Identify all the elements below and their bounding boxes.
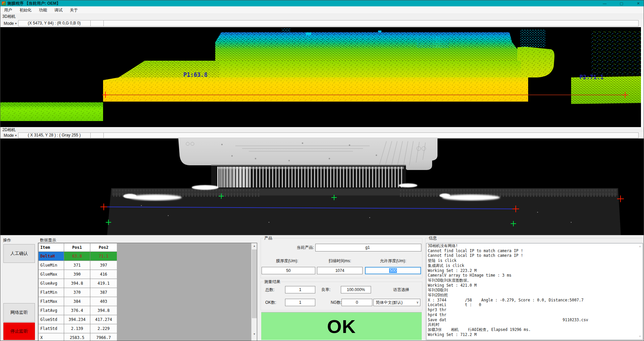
info-group: 信息 3D相机没有网络! Cannot find local IP to mat… bbox=[425, 238, 643, 340]
product-group-label: 产品 bbox=[263, 236, 273, 240]
selected-text: 500 bbox=[389, 268, 397, 273]
table-row[interactable]: FlatAvg 376.4 394.8 bbox=[39, 306, 117, 315]
table-scrollbar[interactable]: ▲ ▼ bbox=[251, 243, 257, 341]
stop-listen-button[interactable]: 停止监听 bbox=[3, 323, 35, 340]
menu-user[interactable]: 用户 bbox=[0, 6, 16, 14]
application-window: 测膜程序 【当前用户: OEM】 — ▢ ✕ 用户 初始化 功能 调试 关于 3… bbox=[0, 0, 644, 341]
allowed-thickness-field[interactable]: 500 bbox=[365, 267, 421, 274]
table-row[interactable]: GlueStd 394.234 417.274 bbox=[39, 315, 117, 324]
window-title: 测膜程序 【当前用户: OEM】 bbox=[7, 1, 60, 6]
camera3d-pixel-status: (X 5473, Y 84) : (R 0,G 0,B 0) bbox=[18, 20, 91, 26]
table-row[interactable]: GlueMin 371 397 bbox=[39, 261, 117, 270]
table-row[interactable]: FlatMin 370 387 bbox=[39, 288, 117, 297]
p1-measurement-label: P1:63.8 bbox=[183, 71, 208, 78]
window-titlebar: 测膜程序 【当前用户: OEM】 — ▢ ✕ bbox=[0, 0, 644, 6]
film-thickness-field[interactable]: 50 bbox=[262, 267, 315, 274]
scrollbar-thumb[interactable] bbox=[252, 249, 257, 318]
operation-group: 操作 人工确认 网络监听 停止监听 bbox=[2, 237, 36, 340]
log-line: 3D相机没有网络! bbox=[426, 243, 643, 248]
bottom-panel: 操作 人工确认 网络监听 停止监听 数据显示 Item Pos1 Pos2 De… bbox=[0, 235, 644, 341]
scroll-down-icon[interactable]: ▼ bbox=[638, 334, 642, 339]
data-display-group: 数据显示 Item Pos1 Pos2 DeltaH 63.8 71.1 Glu… bbox=[37, 237, 258, 341]
ng-count-field[interactable]: 0 bbox=[341, 299, 372, 306]
combo-arrow-icon: ∨ bbox=[416, 299, 419, 306]
total-label: 总数: bbox=[265, 286, 282, 293]
camera3d-toolbar: Mode ▾ (X 5473, Y 84) : (R 0,G 0,B 0) bbox=[0, 19, 644, 27]
log-line: hpr4 thr bbox=[426, 312, 643, 318]
camera3d-label: 3D相机 bbox=[2, 14, 15, 19]
current-product-field[interactable]: g1 bbox=[315, 244, 421, 251]
log-line: Working Set : 712.2 M bbox=[426, 332, 643, 337]
scroll-down-icon[interactable]: ▼ bbox=[251, 331, 257, 337]
log-line: Save dat 9110233.csv bbox=[426, 318, 643, 323]
camera3d-status-panel-3 bbox=[103, 20, 639, 26]
table-row[interactable]: DeltaH 63.8 71.1 bbox=[39, 252, 117, 261]
info-group-label: 信息 bbox=[428, 236, 438, 240]
log-line: Working Set : 421.0 M bbox=[426, 283, 643, 288]
info-log[interactable]: 3D相机没有网络! Cannot find local IP to match … bbox=[426, 243, 643, 340]
operation-group-label: 操作 bbox=[3, 237, 11, 243]
table-row[interactable]: GlueMax 390 416 bbox=[39, 270, 117, 279]
log-line: LocateLi t : 0 bbox=[426, 302, 643, 307]
table-header-row: Item Pos1 Pos2 bbox=[39, 243, 117, 252]
camera2d-image bbox=[0, 138, 644, 235]
log-line: 共耗时 bbox=[426, 322, 643, 327]
language-select[interactable]: 简体中文(默认) ∨ bbox=[373, 299, 420, 306]
log-line: 等到2D拍照 bbox=[426, 293, 643, 298]
camera3d-status-panel-2 bbox=[90, 20, 104, 26]
minimize-button[interactable]: — bbox=[601, 1, 608, 5]
menu-debug[interactable]: 调试 bbox=[51, 6, 66, 14]
log-line: hpr3 thr bbox=[426, 307, 643, 312]
menu-bar: 用户 初始化 功能 调试 关于 bbox=[0, 6, 644, 14]
camera2d-status-panel-2 bbox=[90, 132, 104, 138]
current-product-label: 当前产品: bbox=[277, 244, 314, 251]
menu-about[interactable]: 关于 bbox=[66, 6, 82, 14]
log-line: 登陆 is click bbox=[426, 258, 643, 263]
table-row[interactable]: GlueAvg 394.8 419.1 bbox=[39, 279, 117, 288]
log-line: 等到3D取到 bbox=[426, 288, 643, 293]
log-line: Cannot find local IP to match camera IP … bbox=[426, 248, 643, 253]
log-line: Cannot find local IP to match camera IP … bbox=[426, 253, 643, 258]
log-line: 等到3D取到灰度图数据。 bbox=[426, 278, 643, 283]
camera2d-mode-button[interactable]: Mode ▾ bbox=[2, 133, 18, 138]
viewport3d-right-strip bbox=[641, 27, 644, 127]
measurement-table: Item Pos1 Pos2 DeltaH 63.8 71.1 GlueMin … bbox=[39, 243, 117, 341]
product-group: 产品 当前产品: g1 膜厚度(Um): 扫描时间ms: 允许厚度(Um): 5… bbox=[261, 238, 422, 278]
ok-count-label: OK数: bbox=[265, 299, 282, 306]
scan-time-label: 扫描时间ms: bbox=[317, 257, 363, 265]
network-listen-button[interactable]: 网络监听 bbox=[3, 303, 35, 322]
log-line: X : 3744 /58 Angle : -0.279, Score : 0.0… bbox=[426, 298, 643, 303]
camera3d-mode-button[interactable]: Mode ▾ bbox=[2, 20, 18, 26]
result-group: 测量结果 总数: 1 良率: 100.000% 语言选择 OK数: 1 NG数:… bbox=[261, 282, 422, 310]
log-line: Working Set : 223.2 M bbox=[426, 268, 643, 273]
close-button[interactable]: ✕ bbox=[635, 1, 642, 6]
camera2d-pixel-status: ( X 3145, Y 28 ) : ( Gray 255 ) bbox=[18, 132, 91, 138]
log-line: 集成调试 is click bbox=[426, 263, 643, 268]
yield-field[interactable]: 100.000% bbox=[341, 286, 371, 293]
data-grid[interactable]: Item Pos1 Pos2 DeltaH 63.8 71.1 GlueMin … bbox=[38, 243, 257, 341]
camera2d-viewport[interactable] bbox=[0, 138, 644, 235]
scroll-up-icon[interactable]: ▲ bbox=[251, 243, 257, 249]
scroll-up-icon[interactable]: ▲ bbox=[638, 244, 642, 249]
total-field[interactable]: 1 bbox=[285, 286, 315, 293]
table-row[interactable]: FlatMax 384 403 bbox=[39, 297, 117, 306]
camera3d-heightmap: P1:63.8 P2:71.1 bbox=[0, 27, 644, 127]
manual-confirm-button[interactable]: 人工确认 bbox=[3, 244, 35, 263]
table-row[interactable]: X 2583.5 7966.7 bbox=[39, 333, 117, 341]
dropdown-arrow-icon: ▾ bbox=[15, 133, 17, 138]
maximize-button[interactable]: ▢ bbox=[618, 1, 625, 6]
camera2d-status-panel-3 bbox=[103, 132, 639, 138]
yield-label: 良率: bbox=[321, 286, 337, 293]
menu-init[interactable]: 初始化 bbox=[16, 6, 35, 14]
scan-time-field[interactable]: 1074 bbox=[317, 267, 363, 274]
ok-count-field[interactable]: 1 bbox=[285, 299, 315, 306]
data-display-group-label: 数据显示 bbox=[40, 237, 56, 243]
app-icon bbox=[2, 1, 6, 5]
camera3d-viewport[interactable]: P1:63.8 P2:71.1 bbox=[0, 27, 644, 127]
result-status-banner: OK bbox=[261, 312, 422, 340]
camera2d-label: 2D相机 bbox=[2, 127, 15, 132]
p2-measurement-label: P2:71.1 bbox=[580, 74, 604, 80]
language-label: 语言选择 bbox=[384, 286, 418, 293]
menu-function[interactable]: 功能 bbox=[35, 6, 51, 14]
table-row[interactable]: FlatStd 2.139 2.229 bbox=[39, 324, 117, 333]
